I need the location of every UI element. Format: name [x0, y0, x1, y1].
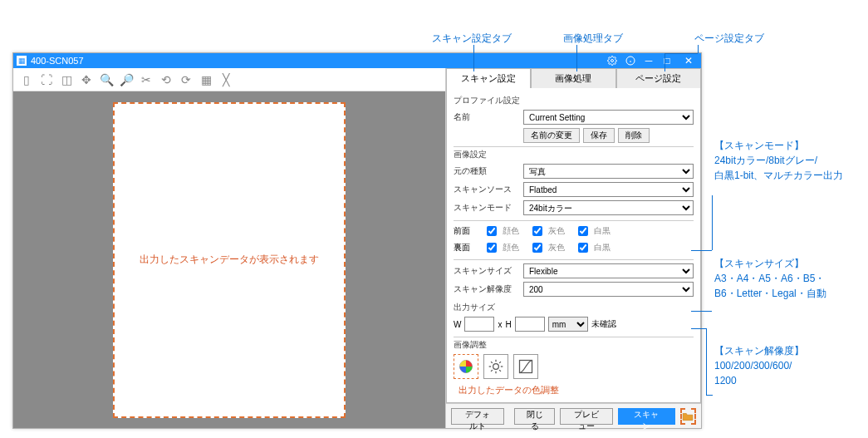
group-profile: プロファイル設定 — [454, 95, 694, 106]
scan-size-select[interactable]: Flexible — [523, 263, 694, 278]
front-color-check[interactable] — [487, 226, 497, 236]
resolution-select[interactable]: 200 — [523, 282, 694, 297]
anno-resolution: 【スキャン解像度】 100/200/300/600/ 1200 — [714, 343, 804, 388]
profile-name-select[interactable]: Current Setting — [523, 110, 694, 125]
label-resolution: スキャン解像度 — [454, 283, 518, 295]
unit-select[interactable]: mm — [548, 317, 588, 332]
anno-scan-mode: 【スキャンモード】 24bitカラー/8bitグレー/ 白黒1-bit、マルチカ… — [714, 138, 843, 183]
color-adjust-note: 出力したデータの色調整 — [459, 384, 694, 396]
front-gray-check[interactable] — [532, 226, 542, 236]
left-pane: ▯ ⛶ ◫ ✥ 🔍 🔎 ✂ ⟲ ⟳ ▦ ╳ 出力したスキャンデータが表示されます — [13, 68, 445, 428]
callout-image-tab: 画像処理タブ — [563, 32, 623, 44]
clear-selection-icon[interactable]: ╳ — [218, 71, 234, 88]
tab-page-settings[interactable]: ページ設定 — [616, 68, 701, 88]
front-bw-check[interactable] — [578, 226, 588, 236]
minimize-icon[interactable]: ─ — [640, 54, 658, 67]
window-title: 400-SCN057 — [31, 56, 84, 66]
title-bar: ▦ 400-SCN057 ─ □ ✕ — [13, 53, 701, 68]
rotate-right-icon[interactable]: ⟳ — [178, 71, 194, 88]
svg-line-12 — [491, 370, 493, 372]
label-color-2: 顔色 — [503, 242, 526, 253]
move-icon[interactable]: ✥ — [78, 71, 95, 88]
label-profile-name: 名前 — [454, 111, 518, 123]
zoom-out-icon[interactable]: 🔎 — [118, 71, 135, 88]
open-folder-icon[interactable] — [680, 408, 696, 425]
brightness-icon[interactable] — [483, 354, 508, 379]
rename-button[interactable]: 名前の変更 — [523, 128, 580, 143]
group-image-adjust: 画像調整 — [454, 339, 694, 351]
color-wheel-icon[interactable] — [454, 354, 478, 379]
back-bw-check[interactable] — [578, 243, 588, 253]
height-input[interactable] — [515, 317, 545, 332]
group-output-size: 出力サイズ — [454, 302, 694, 313]
label-bw-1: 白黒 — [594, 225, 617, 237]
preview-button[interactable]: プレビュー — [560, 408, 613, 425]
label-scan-source: スキャンソース — [454, 184, 518, 195]
group-image-settings: 画像設定 — [454, 149, 694, 160]
app-window: ▦ 400-SCN057 ─ □ ✕ ▯ ⛶ ◫ ✥ 🔍 🔎 ✂ ⟲ ⟳ ▦ — [12, 52, 702, 429]
curve-icon[interactable] — [513, 354, 538, 379]
maximize-icon[interactable]: □ — [658, 54, 676, 67]
back-color-check[interactable] — [487, 243, 497, 253]
preview-placeholder-text: 出力したスキャンデータが表示されます — [140, 253, 319, 267]
svg-line-10 — [491, 362, 493, 363]
close-button[interactable]: 閉じる — [514, 408, 555, 425]
rotate-left-icon[interactable]: ⟲ — [158, 71, 174, 88]
select-region-icon[interactable]: ⛶ — [38, 71, 55, 88]
label-scan-mode: スキャンモード — [454, 202, 518, 214]
right-pane: スキャン設定 画像処理 ページ設定 プロファイル設定 名前 Current Se… — [445, 68, 701, 428]
svg-line-13 — [499, 362, 501, 363]
callout-page-tab: ページ設定タブ — [694, 32, 764, 44]
info-icon[interactable] — [621, 54, 640, 67]
label-x: x — [498, 320, 502, 329]
default-button[interactable]: デフォルト — [451, 408, 504, 425]
back-gray-check[interactable] — [532, 243, 542, 253]
preview-canvas[interactable]: 出力したスキャンデータが表示されます — [113, 102, 346, 418]
toolbar: ▯ ⛶ ◫ ✥ 🔍 🔎 ✂ ⟲ ⟳ ▦ ╳ — [13, 68, 445, 91]
label-source-type: 元の種類 — [454, 165, 518, 177]
close-icon[interactable]: ✕ — [679, 54, 698, 67]
app-icon: ▦ — [17, 56, 27, 66]
zoom-in-icon[interactable]: 🔍 — [98, 71, 115, 88]
label-back: 裏面 — [454, 242, 480, 253]
label-gray-1: 灰色 — [548, 225, 571, 237]
settings-icon[interactable] — [603, 54, 621, 67]
delete-button[interactable]: 削除 — [618, 128, 650, 143]
label-scan-size: スキャンサイズ — [454, 265, 518, 277]
label-unverified: 未確認 — [591, 318, 616, 330]
scan-source-select[interactable]: Flatbed — [523, 182, 694, 197]
label-color-1: 顔色 — [503, 225, 526, 237]
svg-point-5 — [493, 364, 499, 370]
svg-line-11 — [499, 370, 501, 372]
settings-panel: プロファイル設定 名前 Current Setting 名前の変更 保存 削除 … — [446, 88, 701, 403]
anno-scan-size: 【スキャンサイズ】 A3・A4・A5・A6・B5・ B6・Letter・Lega… — [714, 256, 826, 301]
cut-icon[interactable]: ✂ — [138, 71, 154, 88]
bottom-bar: デフォルト 閉じる プレビュー スキャン — [446, 403, 701, 428]
width-input[interactable] — [464, 317, 494, 332]
label-h: H — [505, 320, 511, 329]
source-type-select[interactable]: 写真 — [523, 164, 694, 179]
grid-icon[interactable]: ▦ — [198, 71, 214, 88]
callout-scan-tab: スキャン設定タブ — [432, 32, 512, 44]
label-front: 前面 — [454, 225, 480, 237]
marquee-icon[interactable]: ◫ — [58, 71, 75, 88]
page-icon[interactable]: ▯ — [18, 71, 35, 88]
preview-area: 出力したスキャンデータが表示されます — [13, 91, 445, 428]
label-bw-2: 白黒 — [594, 242, 617, 253]
tab-scan-settings[interactable]: スキャン設定 — [446, 68, 531, 88]
tab-image-processing[interactable]: 画像処理 — [531, 68, 615, 88]
scan-button[interactable]: スキャン — [618, 408, 675, 425]
svg-point-0 — [611, 60, 614, 62]
save-button[interactable]: 保存 — [583, 128, 615, 143]
label-w: W — [454, 320, 461, 329]
label-gray-2: 灰色 — [548, 242, 571, 253]
scan-mode-select[interactable]: 24bitカラー — [523, 200, 694, 215]
